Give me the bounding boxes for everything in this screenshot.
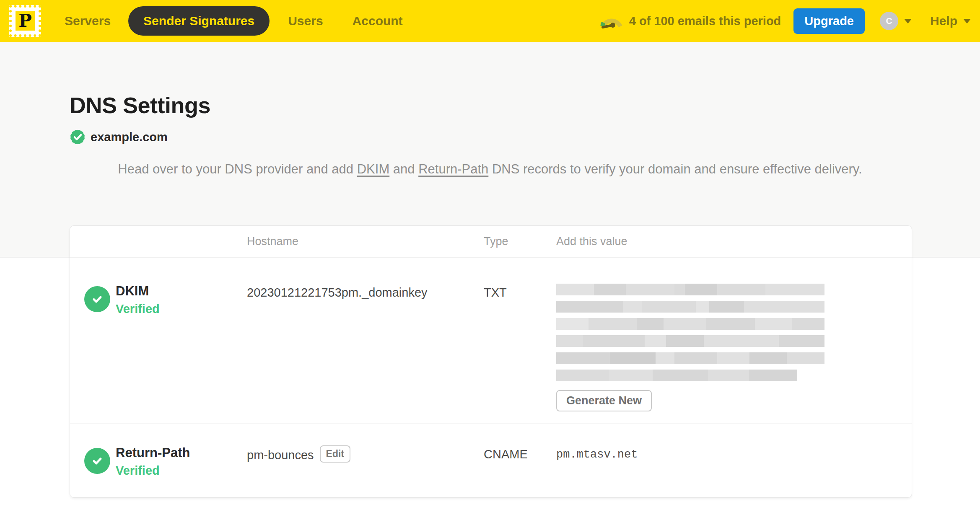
domain-name: example.com xyxy=(91,130,168,144)
dns-records-card: Hostname Type Add this value DKIM Verifi… xyxy=(70,225,912,498)
record-name: DKIM xyxy=(116,284,160,299)
dkim-link[interactable]: DKIM xyxy=(357,162,390,176)
dkim-value-redacted xyxy=(556,284,824,381)
dkim-record-type: TXT xyxy=(484,284,556,300)
postmark-logo-inner: P xyxy=(16,11,35,31)
return-path-hostname: pm-bounces xyxy=(247,446,314,462)
instructions-text: DNS records to verify your domain and en… xyxy=(488,162,862,176)
table-row-dkim: DKIM Verified 20230121221753pm._domainke… xyxy=(70,258,912,423)
verified-seal-icon xyxy=(70,129,86,145)
edit-button[interactable]: Edit xyxy=(320,445,350,463)
instructions-text: and xyxy=(389,162,418,176)
nav-item-account[interactable]: Account xyxy=(353,14,403,28)
nav-item-users[interactable]: Users xyxy=(288,14,323,28)
instructions-text: Head over to your DNS provider and add xyxy=(118,162,357,176)
nav-item-sender-signatures-active[interactable]: Sender Signatures xyxy=(128,6,270,36)
column-header-value: Add this value xyxy=(556,235,912,248)
table-row-return-path: Return-Path Verified pm-bounces Edit CNA… xyxy=(70,423,912,497)
postmark-logo[interactable]: P xyxy=(9,5,41,37)
status-badge: Verified xyxy=(116,464,190,478)
account-menu[interactable]: C xyxy=(880,12,912,30)
help-label: Help xyxy=(930,14,957,28)
generate-new-button[interactable]: Generate New xyxy=(556,390,652,411)
page-title: DNS Settings xyxy=(70,92,980,118)
column-header-hostname: Hostname xyxy=(247,235,484,248)
help-menu[interactable]: Help xyxy=(930,14,971,28)
postmark-logo-letter: P xyxy=(18,12,32,30)
top-nav: P Servers Sender Signatures Users Accoun… xyxy=(0,0,980,42)
nav-right: 4 of 100 emails this period Upgrade C He… xyxy=(600,8,971,34)
chevron-down-icon xyxy=(963,19,971,23)
usage-counter: 4 of 100 emails this period xyxy=(629,14,781,28)
return-path-record-type: CNAME xyxy=(484,445,556,461)
verified-check-icon xyxy=(84,448,110,474)
verified-check-icon xyxy=(84,286,110,312)
dns-instructions: Head over to your DNS provider and add D… xyxy=(0,159,980,179)
table-header: Hostname Type Add this value xyxy=(70,226,912,258)
status-badge: Verified xyxy=(116,302,160,316)
usage-gauge-icon xyxy=(600,13,623,29)
return-path-value: pm.mtasv.net xyxy=(556,445,912,461)
nav-links: Servers Sender Signatures Users Account xyxy=(65,6,403,36)
dkim-hostname: 20230121221753pm._domainkey xyxy=(247,284,484,300)
column-header-type: Type xyxy=(484,235,556,248)
avatar[interactable]: C xyxy=(880,12,898,30)
upgrade-button[interactable]: Upgrade xyxy=(793,8,865,34)
record-name: Return-Path xyxy=(116,445,190,460)
return-path-link[interactable]: Return-Path xyxy=(418,162,488,176)
chevron-down-icon xyxy=(904,19,912,23)
domain-row: example.com xyxy=(70,129,980,145)
nav-item-servers[interactable]: Servers xyxy=(65,14,111,28)
